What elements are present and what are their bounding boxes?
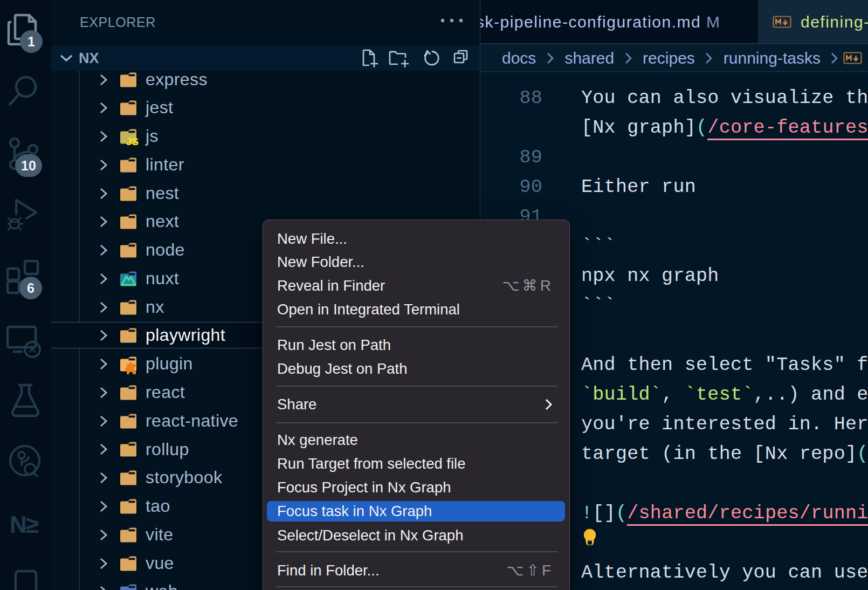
svg-text:JS: JS — [126, 136, 139, 147]
